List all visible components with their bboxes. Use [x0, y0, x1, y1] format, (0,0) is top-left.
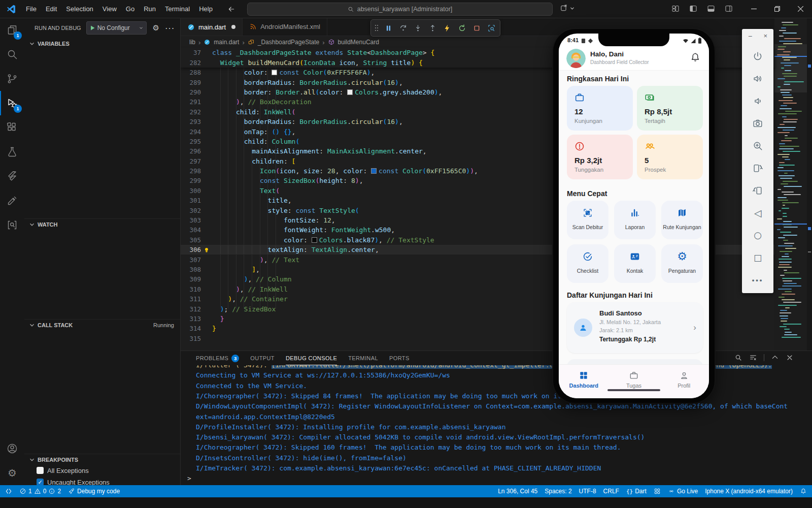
emulator-home-button[interactable]: ○: [742, 224, 773, 246]
step-over-button[interactable]: [396, 21, 410, 35]
menu-run[interactable]: Run: [139, 3, 160, 15]
activity-item-source-control[interactable]: [0, 67, 24, 91]
breakpoint-all-exceptions[interactable]: All Exceptions: [37, 465, 89, 475]
emulator-rotate-right-button[interactable]: [742, 179, 773, 202]
console-line-8[interactable]: I/bsensi_karyawan( 3472): Compiler alloc…: [196, 432, 645, 442]
breakpoint-uncaught-exceptions[interactable]: ✓Uncaught Exceptions: [37, 477, 110, 485]
emulator-zoom-button[interactable]: [742, 135, 773, 157]
eol[interactable]: CRLF: [603, 488, 619, 495]
console-prompt[interactable]: >: [187, 474, 191, 482]
toggle-panel-icon[interactable]: [707, 5, 715, 13]
console-line-6[interactable]: ext=android.app.ContextImpl@8220ed5: [196, 412, 335, 422]
emulator-volume-up-button[interactable]: [742, 68, 773, 90]
hot-reload-button[interactable]: [441, 21, 454, 35]
emulator-minimize-button[interactable]: −: [748, 32, 752, 40]
console-line-11[interactable]: I/ImeTracker( 3472): com.example.absensi…: [196, 463, 601, 473]
emulator-screenshot-button[interactable]: [742, 112, 773, 135]
encoding[interactable]: UTF-8: [579, 488, 596, 495]
avatar[interactable]: [566, 49, 586, 68]
menu-terminal[interactable]: Terminal: [160, 3, 194, 15]
step-into-button[interactable]: [411, 21, 424, 35]
command-center-search[interactable]: absensi_karyawan [Administrator]: [247, 3, 553, 16]
variables-section-header[interactable]: VARIABLES: [24, 38, 180, 49]
emulator-more-button[interactable]: •••: [742, 269, 773, 291]
notification-bell-icon[interactable]: [690, 52, 701, 63]
start-debug-icon[interactable]: [89, 25, 95, 31]
activity-item-testing[interactable]: [0, 140, 24, 164]
window-close-button[interactable]: [789, 0, 812, 18]
step-out-button[interactable]: [426, 21, 439, 35]
tab-main-dart[interactable]: main.dart: [181, 18, 243, 36]
maximize-panel-icon[interactable]: [771, 354, 779, 362]
pause-button[interactable]: [382, 21, 395, 35]
console-search-icon[interactable]: [734, 354, 742, 362]
menu-help[interactable]: Help: [194, 3, 217, 15]
gear-icon[interactable]: ⚙: [153, 24, 159, 32]
console-line-10[interactable]: D/InsetsController( 3472): hide(ime(), f…: [196, 453, 407, 463]
activity-item-settings[interactable]: ⚙: [0, 461, 24, 485]
window-minimize-button[interactable]: [742, 0, 765, 18]
home-indicator[interactable]: [607, 389, 660, 391]
extension-grid-button[interactable]: [654, 488, 661, 495]
breakpoints-section-header[interactable]: BREAKPOINTS: [24, 454, 180, 465]
menu-go[interactable]: Go: [121, 3, 139, 15]
menu-item-scan-debitur[interactable]: Scan Debitur: [567, 201, 608, 239]
emulator-power-button[interactable]: [742, 45, 773, 68]
emulator-back-button[interactable]: ◁: [742, 202, 773, 224]
breadcrumb-dashboardpagestate[interactable]: _DashboardPageState: [258, 39, 319, 46]
nav-item-profil[interactable]: Profil: [659, 365, 709, 398]
activity-item-extensions[interactable]: [0, 115, 24, 140]
checkbox[interactable]: [37, 467, 44, 474]
more-actions-icon[interactable]: ···: [165, 24, 175, 32]
notifications-button[interactable]: [800, 488, 807, 495]
emulator-rotate-left-button[interactable]: [742, 157, 773, 179]
menu-item-checklist[interactable]: Checklist: [567, 244, 608, 283]
lightbulb-icon[interactable]: [203, 246, 210, 253]
indentation[interactable]: Spaces: 2: [545, 488, 571, 495]
customize-layout-icon[interactable]: [671, 5, 680, 13]
panel-tab-problems[interactable]: PROBLEMS3: [196, 352, 239, 365]
debug-config-dropdown[interactable]: No Configur: [86, 21, 147, 35]
summary-card-kunjungan[interactable]: 12Kunjungan: [567, 86, 633, 131]
toggle-sidebar-icon[interactable]: [689, 5, 697, 13]
panel-tab-ports[interactable]: PORTS: [389, 352, 410, 365]
menu-file[interactable]: File: [21, 3, 41, 15]
window-restore-button[interactable]: [765, 0, 789, 18]
menu-selection[interactable]: Selection: [61, 3, 97, 15]
activity-item-search[interactable]: [0, 42, 24, 67]
emulator-volume-down-button[interactable]: [742, 90, 773, 112]
emulator-overview-button[interactable]: □: [742, 246, 773, 269]
menu-item-pengaturan[interactable]: ⚙Pengaturan: [661, 244, 703, 283]
breadcrumb-main-dart[interactable]: main.dart: [214, 39, 239, 46]
menu-item-rute-kunjungan[interactable]: Rute Kunjungan: [661, 201, 703, 239]
device-selector[interactable]: Iphone X (android-x64 emulator): [705, 488, 793, 495]
breadcrumb-lib[interactable]: lib: [189, 39, 195, 46]
summary-card-tunggakan[interactable]: Rp 3,2jtTunggakan: [567, 135, 633, 179]
drag-handle-icon[interactable]: [373, 21, 380, 35]
checkbox[interactable]: ✓: [37, 479, 44, 485]
cloud-sync-icon[interactable]: [560, 4, 568, 13]
back-arrow-icon[interactable]: [227, 5, 235, 13]
console-line-9[interactable]: I/Choreographer( 3472): Skipped 160 fram…: [196, 442, 621, 453]
console-line-7[interactable]: D/ProfileInstaller( 3472): Installing pr…: [196, 422, 505, 432]
console-line-2[interactable]: Connecting to VM Service at ws://127.0.0…: [196, 370, 450, 380]
menu-edit[interactable]: Edit: [41, 3, 61, 15]
panel-tab-debug-console[interactable]: DEBUG CONSOLE: [286, 352, 337, 365]
nav-item-dashboard[interactable]: Dashboard: [559, 365, 609, 398]
menu-view[interactable]: View: [98, 3, 121, 15]
menu-item-laporan[interactable]: Laporan: [614, 201, 656, 239]
language-mode[interactable]: {}Dart: [626, 488, 647, 495]
widget-inspector-button[interactable]: [485, 21, 498, 35]
panel-tab-terminal[interactable]: TERMINAL: [348, 352, 378, 365]
breadcrumb-buildmenucard[interactable]: buildMenuCard: [338, 39, 379, 46]
console-line-4[interactable]: I/Choreographer( 3472): Skipped 84 frame…: [196, 391, 617, 401]
activity-item-outline[interactable]: [0, 188, 24, 213]
chevron-down-icon[interactable]: [569, 6, 575, 11]
menu-item-kontak[interactable]: Kontak: [614, 244, 656, 283]
summary-card-tertagih[interactable]: Rp 8,5jtTertagih: [637, 86, 703, 131]
emulator-close-button[interactable]: ×: [763, 32, 767, 40]
debug-my-code-button[interactable]: Debug my code: [68, 488, 120, 495]
clear-console-icon[interactable]: [749, 354, 757, 362]
visit-card[interactable]: Budi Santoso Jl. Melati No. 12, Jakarta …: [567, 302, 703, 353]
panel-tab-output[interactable]: OUTPUT: [250, 352, 275, 365]
